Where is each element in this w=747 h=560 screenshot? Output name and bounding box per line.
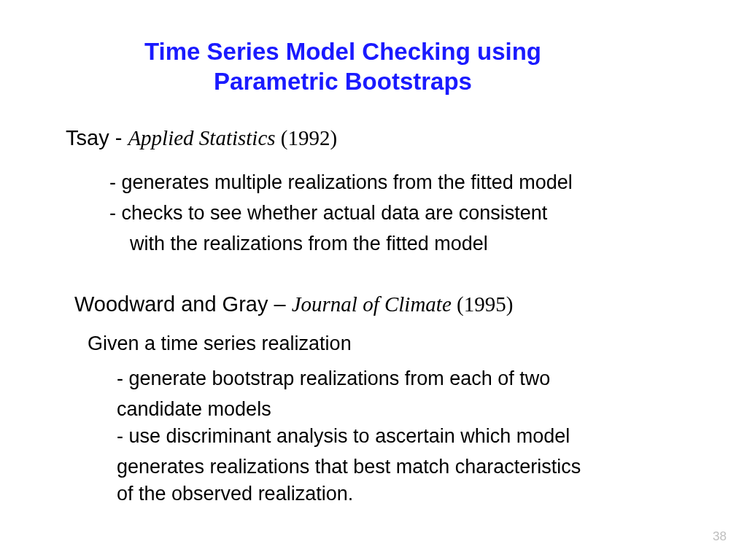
wg-bullet-1: - generate bootstrap realizations from e… bbox=[117, 365, 703, 392]
ref2-year: (1995) bbox=[452, 292, 514, 316]
wg-bullet-2-cont1: generates realizations that best match c… bbox=[117, 454, 703, 480]
ref1-journal: Applied Statistics bbox=[128, 126, 275, 149]
wg-bullets: - generate bootstrap realizations from e… bbox=[117, 365, 703, 507]
tsay-bullet-2-cont: with the realizations from the fitted mo… bbox=[109, 230, 703, 257]
title-line-1: Time Series Model Checking using bbox=[144, 38, 541, 65]
reference-woodward-gray: Woodward and Gray – Journal of Climate (… bbox=[74, 292, 703, 316]
ref2-author: Woodward and Gray – bbox=[74, 292, 292, 316]
reference-tsay: Tsay - Applied Statistics (1992) bbox=[66, 126, 703, 150]
tsay-bullet-2: - checks to see whether actual data are … bbox=[109, 200, 703, 226]
tsay-bullet-1: - generates multiple realizations from t… bbox=[109, 169, 703, 195]
ref2-journal: Journal of Climate bbox=[292, 292, 452, 316]
tsay-bullets: - generates multiple realizations from t… bbox=[109, 169, 703, 257]
given-line: Given a time series realization bbox=[88, 332, 703, 355]
wg-bullet-2-cont2: of the observed realization. bbox=[117, 481, 703, 507]
page-number: 38 bbox=[713, 529, 727, 544]
wg-bullet-2: - use discriminant analysis to ascertain… bbox=[117, 423, 703, 449]
slide: Time Series Model Checking using Paramet… bbox=[0, 0, 747, 560]
slide-title: Time Series Model Checking using Paramet… bbox=[88, 36, 598, 97]
ref1-year: (1992) bbox=[276, 126, 338, 149]
ref1-author: Tsay - bbox=[66, 126, 128, 149]
title-line-2: Parametric Bootstraps bbox=[214, 68, 472, 95]
wg-bullet-1-cont: candidate models bbox=[117, 396, 703, 422]
